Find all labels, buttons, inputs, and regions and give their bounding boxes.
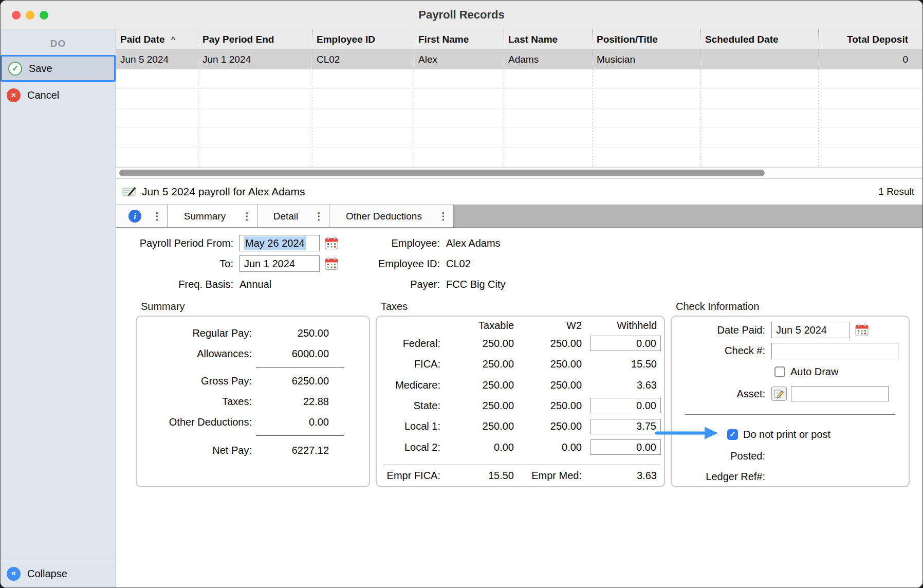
summary-panel-title: Summary: [141, 301, 370, 313]
other-deductions-label: Other Deductions:: [137, 416, 252, 428]
check-number-label: Check #:: [679, 342, 771, 360]
medicare-taxable: 250.00: [440, 375, 514, 395]
zoom-window-button[interactable]: [40, 11, 48, 20]
local1-taxable: 250.00: [440, 416, 514, 437]
tab-other-deductions[interactable]: Other Deductions ⋮: [329, 205, 454, 227]
calendar-icon[interactable]: [325, 236, 338, 250]
menu-dots-icon[interactable]: ⋮: [242, 210, 252, 222]
auto-draw-checkbox[interactable]: [774, 366, 785, 377]
sidebar-header: DO: [1, 29, 116, 55]
tab-detail[interactable]: Detail ⋮: [257, 205, 329, 227]
summary-form: Payroll Period From: May 26 2024: [116, 228, 922, 587]
menu-dots-icon[interactable]: ⋮: [438, 210, 448, 222]
local2-withheld-input[interactable]: 0.00: [590, 439, 661, 455]
empr-fica-value: 15.50: [440, 466, 514, 486]
asset-input[interactable]: [791, 386, 889, 401]
ledger-ref-label: Ledger Ref#:: [679, 468, 771, 486]
period-to-input[interactable]: Jun 1 2024: [239, 255, 320, 272]
net-pay-value: 6227.12: [252, 445, 329, 456]
column-header-last-name[interactable]: Last Name: [504, 29, 593, 49]
local1-w2: 250.00: [514, 416, 582, 437]
cell-position-title[interactable]: Musician: [593, 50, 701, 69]
local2-w2: 0.00: [514, 437, 582, 457]
column-header-first-name[interactable]: First Name: [414, 29, 504, 49]
date-paid-input[interactable]: Jun 5 2024: [771, 322, 850, 338]
traffic-lights: [12, 1, 48, 29]
column-header-paid-date[interactable]: Paid Date ^: [116, 29, 198, 49]
table-header-row: Paid Date ^ Pay Period End Employee ID F…: [116, 29, 922, 50]
menu-dots-icon[interactable]: ⋮: [152, 210, 162, 222]
allowances-value: 6000.00: [252, 348, 329, 360]
cancel-button[interactable]: ✕ Cancel: [1, 82, 116, 108]
employee-id-label: Employee ID:: [369, 254, 446, 273]
local2-taxable: 0.00: [440, 437, 514, 457]
w2-column-header: W2: [514, 318, 582, 333]
check-number-input[interactable]: [771, 343, 898, 359]
column-header-employee-id[interactable]: Employee ID: [312, 29, 414, 49]
period-from-input[interactable]: May 26 2024: [239, 235, 320, 251]
cell-scheduled-date[interactable]: [701, 50, 819, 69]
tab-bar: i ⋮ Summary ⋮ Detail ⋮ Other Deductions …: [116, 205, 922, 228]
save-button[interactable]: ✓ Save: [1, 55, 116, 82]
fica-taxable: 250.00: [440, 354, 514, 375]
local1-withheld-input[interactable]: 3.75: [590, 419, 661, 434]
check-panel-divider: [685, 414, 895, 415]
freq-basis-value: Annual: [239, 275, 338, 293]
gross-pay-value: 6250.00: [252, 375, 329, 387]
collapse-button[interactable]: « Collapse: [1, 560, 116, 587]
payer-label: Payer:: [369, 275, 446, 293]
check-information-panel: Check Information Date Paid: Jun 5 2024: [671, 301, 910, 487]
cell-employee-id[interactable]: CL02: [312, 50, 414, 69]
tab-summary[interactable]: Summary ⋮: [168, 205, 257, 227]
calendar-icon[interactable]: [855, 323, 869, 337]
record-title: Jun 5 2024 payroll for Alex Adams: [142, 186, 305, 198]
federal-taxable: 250.00: [440, 333, 514, 354]
taxes-panel: Taxes Taxable W2 Withheld Federal: 250.0…: [376, 301, 665, 487]
column-header-total-deposit[interactable]: Total Deposit: [819, 29, 922, 49]
column-header-pay-period-end[interactable]: Pay Period End: [198, 29, 312, 49]
date-paid-label: Date Paid:: [679, 321, 771, 339]
sort-ascending-icon: ^: [171, 35, 176, 44]
cell-first-name[interactable]: Alex: [414, 50, 504, 69]
do-not-print-checkbox[interactable]: ✓: [727, 429, 738, 440]
period-from-label: Payroll Period From:: [134, 234, 239, 252]
horizontal-scrollbar[interactable]: [116, 167, 922, 179]
column-header-position-title[interactable]: Position/Title: [593, 29, 701, 49]
net-pay-label: Net Pay:: [137, 445, 252, 456]
allowances-label: Allowances:: [137, 348, 252, 360]
posted-value: [771, 447, 901, 465]
fica-label: FICA:: [382, 354, 440, 375]
asset-edit-button[interactable]: [771, 387, 787, 401]
local2-label: Local 2:: [382, 437, 440, 457]
state-withheld-input[interactable]: 0.00: [590, 398, 661, 413]
cell-pay-period-end[interactable]: Jun 1 2024: [198, 50, 312, 69]
pencil-paper-icon: [774, 389, 784, 398]
close-window-button[interactable]: [12, 11, 21, 20]
state-w2: 250.00: [514, 395, 582, 416]
calendar-icon[interactable]: [325, 257, 338, 270]
taxes-label: Taxes:: [137, 396, 252, 408]
result-count: 1 Result: [878, 186, 914, 197]
minimize-window-button[interactable]: [26, 11, 34, 20]
gross-pay-label: Gross Pay:: [137, 375, 252, 387]
column-header-scheduled-date[interactable]: Scheduled Date: [701, 29, 819, 49]
posted-label: Posted:: [679, 447, 771, 465]
federal-withheld-input[interactable]: 0.00: [590, 336, 661, 351]
menu-dots-icon[interactable]: ⋮: [314, 210, 324, 222]
fica-w2: 250.00: [514, 354, 582, 375]
employee-value: Alex Adams: [446, 234, 506, 252]
collapse-label: Collapse: [27, 568, 67, 580]
titlebar: Payroll Records: [1, 1, 922, 29]
asset-label: Asset:: [679, 384, 771, 403]
payroll-records-window: Payroll Records DO ✓ Save ✕ Cancel « Col…: [0, 0, 923, 588]
record-header: Jun 5 2024 payroll for Alex Adams 1 Resu…: [116, 179, 922, 205]
cancel-label: Cancel: [27, 89, 59, 101]
other-deductions-value: 0.00: [252, 416, 329, 428]
regular-pay-label: Regular Pay:: [137, 327, 252, 339]
table-row[interactable]: Jun 5 2024 Jun 1 2024 CL02 Alex Adams Mu…: [116, 50, 922, 69]
horizontal-scrollbar-thumb[interactable]: [119, 170, 765, 176]
info-button[interactable]: i ⋮: [116, 205, 168, 227]
cell-paid-date[interactable]: Jun 5 2024: [116, 50, 198, 69]
cell-total-deposit[interactable]: 0: [819, 50, 922, 69]
cell-last-name[interactable]: Adams: [504, 50, 593, 69]
